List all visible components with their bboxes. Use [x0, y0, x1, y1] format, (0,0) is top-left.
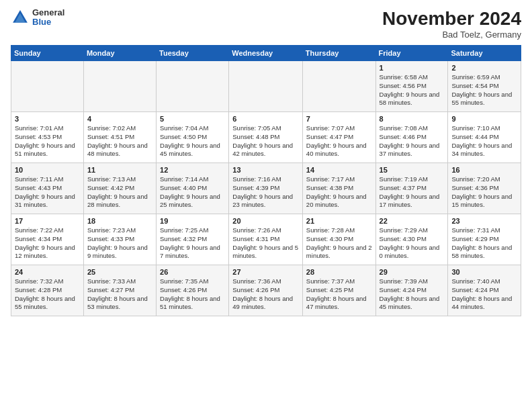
day-info: Sunrise: 7:36 AMSunset: 4:26 PMDaylight:…: [232, 277, 299, 312]
day-info: Sunrise: 7:20 AMSunset: 4:36 PMDaylight:…: [451, 175, 517, 210]
day-number: 8: [380, 115, 445, 123]
day-info: Sunrise: 7:19 AMSunset: 4:37 PMDaylight:…: [380, 175, 445, 210]
day-number: 15: [380, 166, 445, 174]
calendar-cell: 20Sunrise: 7:26 AMSunset: 4:31 PMDayligh…: [229, 214, 303, 265]
calendar-cell: 29Sunrise: 7:39 AMSunset: 4:24 PMDayligh…: [375, 265, 448, 316]
day-info: Sunrise: 6:59 AMSunset: 4:54 PMDaylight:…: [451, 73, 517, 107]
day-info: Sunrise: 7:04 AMSunset: 4:50 PMDaylight:…: [160, 124, 225, 158]
day-number: 9: [451, 115, 517, 123]
calendar-cell: 28Sunrise: 7:37 AMSunset: 4:25 PMDayligh…: [302, 265, 375, 316]
calendar-cell: 22Sunrise: 7:29 AMSunset: 4:30 PMDayligh…: [375, 214, 448, 265]
day-number: 11: [87, 166, 152, 174]
day-number: 1: [380, 64, 445, 72]
calendar-cell: 19Sunrise: 7:25 AMSunset: 4:32 PMDayligh…: [157, 214, 229, 265]
location: Bad Toelz, Germany: [382, 30, 521, 40]
day-info: Sunrise: 7:16 AMSunset: 4:39 PMDaylight:…: [232, 175, 299, 210]
day-info: Sunrise: 7:22 AMSunset: 4:34 PMDaylight:…: [15, 226, 80, 261]
calendar-cell: 14Sunrise: 7:17 AMSunset: 4:38 PMDayligh…: [302, 163, 375, 214]
day-number: 19: [160, 217, 225, 225]
calendar-week: 24Sunrise: 7:32 AMSunset: 4:28 PMDayligh…: [11, 265, 521, 316]
calendar-cell: 3Sunrise: 7:01 AMSunset: 4:53 PMDaylight…: [11, 112, 84, 163]
day-info: Sunrise: 7:31 AMSunset: 4:29 PMDaylight:…: [451, 226, 517, 261]
day-number: 3: [15, 115, 80, 123]
day-info: Sunrise: 7:23 AMSunset: 4:33 PMDaylight:…: [87, 226, 152, 261]
calendar-cell: 23Sunrise: 7:31 AMSunset: 4:29 PMDayligh…: [448, 214, 521, 265]
day-info: Sunrise: 7:17 AMSunset: 4:38 PMDaylight:…: [306, 175, 372, 210]
day-number: 28: [306, 268, 372, 276]
day-number: 2: [451, 64, 517, 72]
calendar-cell: [11, 61, 84, 112]
day-info: Sunrise: 7:25 AMSunset: 4:32 PMDaylight:…: [160, 226, 225, 261]
calendar-cell: 17Sunrise: 7:22 AMSunset: 4:34 PMDayligh…: [11, 214, 84, 265]
day-info: Sunrise: 7:28 AMSunset: 4:30 PMDaylight:…: [306, 226, 372, 261]
day-header: Friday: [375, 46, 448, 61]
day-number: 29: [380, 268, 445, 276]
calendar-cell: 7Sunrise: 7:07 AMSunset: 4:47 PMDaylight…: [302, 112, 375, 163]
day-info: Sunrise: 7:05 AMSunset: 4:48 PMDaylight:…: [232, 124, 299, 158]
day-number: 27: [232, 268, 299, 276]
day-number: 14: [306, 166, 372, 174]
day-header: Monday: [83, 46, 156, 61]
calendar-cell: 12Sunrise: 7:14 AMSunset: 4:40 PMDayligh…: [157, 163, 229, 214]
day-info: Sunrise: 7:33 AMSunset: 4:27 PMDaylight:…: [87, 277, 152, 312]
day-number: 17: [15, 217, 80, 225]
calendar-body: 1Sunrise: 6:58 AMSunset: 4:56 PMDaylight…: [11, 61, 521, 316]
day-info: Sunrise: 7:08 AMSunset: 4:46 PMDaylight:…: [380, 124, 445, 158]
logo-blue: Blue: [32, 17, 64, 27]
day-number: 21: [306, 217, 372, 225]
day-header: Saturday: [448, 46, 521, 61]
calendar-cell: 25Sunrise: 7:33 AMSunset: 4:27 PMDayligh…: [83, 265, 156, 316]
calendar-cell: 30Sunrise: 7:40 AMSunset: 4:24 PMDayligh…: [448, 265, 521, 316]
calendar-cell: 1Sunrise: 6:58 AMSunset: 4:56 PMDaylight…: [375, 61, 448, 112]
calendar-cell: 9Sunrise: 7:10 AMSunset: 4:44 PMDaylight…: [448, 112, 521, 163]
calendar-cell: 21Sunrise: 7:28 AMSunset: 4:30 PMDayligh…: [302, 214, 375, 265]
day-number: 5: [160, 115, 225, 123]
calendar-cell: 16Sunrise: 7:20 AMSunset: 4:36 PMDayligh…: [448, 163, 521, 214]
calendar-week: 17Sunrise: 7:22 AMSunset: 4:34 PMDayligh…: [11, 214, 521, 265]
calendar-cell: 11Sunrise: 7:13 AMSunset: 4:42 PMDayligh…: [83, 163, 156, 214]
day-info: Sunrise: 7:37 AMSunset: 4:25 PMDaylight:…: [306, 277, 372, 312]
title-block: November 2024 Bad Toelz, Germany: [382, 8, 521, 40]
day-header: Tuesday: [157, 46, 229, 61]
calendar-cell: 27Sunrise: 7:36 AMSunset: 4:26 PMDayligh…: [229, 265, 303, 316]
month-title: November 2024: [382, 8, 521, 30]
calendar-cell: 24Sunrise: 7:32 AMSunset: 4:28 PMDayligh…: [11, 265, 84, 316]
day-info: Sunrise: 7:11 AMSunset: 4:43 PMDaylight:…: [15, 175, 80, 210]
calendar-cell: 2Sunrise: 6:59 AMSunset: 4:54 PMDaylight…: [448, 61, 521, 112]
calendar-cell: 6Sunrise: 7:05 AMSunset: 4:48 PMDaylight…: [229, 112, 303, 163]
day-info: Sunrise: 7:07 AMSunset: 4:47 PMDaylight:…: [306, 124, 372, 158]
day-number: 6: [232, 115, 299, 123]
day-info: Sunrise: 7:26 AMSunset: 4:31 PMDaylight:…: [232, 226, 299, 261]
day-info: Sunrise: 7:32 AMSunset: 4:28 PMDaylight:…: [15, 277, 80, 312]
day-info: Sunrise: 7:02 AMSunset: 4:51 PMDaylight:…: [87, 124, 152, 158]
day-info: Sunrise: 7:40 AMSunset: 4:24 PMDaylight:…: [451, 277, 517, 312]
calendar-cell: 26Sunrise: 7:35 AMSunset: 4:26 PMDayligh…: [157, 265, 229, 316]
logo: General Blue: [11, 8, 64, 28]
day-info: Sunrise: 7:14 AMSunset: 4:40 PMDaylight:…: [160, 175, 225, 210]
calendar-cell: [302, 61, 375, 112]
day-number: 7: [306, 115, 372, 123]
calendar-week: 3Sunrise: 7:01 AMSunset: 4:53 PMDaylight…: [11, 112, 521, 163]
calendar-cell: 5Sunrise: 7:04 AMSunset: 4:50 PMDaylight…: [157, 112, 229, 163]
calendar-cell: 18Sunrise: 7:23 AMSunset: 4:33 PMDayligh…: [83, 214, 156, 265]
day-number: 24: [15, 268, 80, 276]
calendar-week: 10Sunrise: 7:11 AMSunset: 4:43 PMDayligh…: [11, 163, 521, 214]
logo-general: General: [32, 8, 64, 17]
day-number: 23: [451, 217, 517, 225]
calendar-cell: 15Sunrise: 7:19 AMSunset: 4:37 PMDayligh…: [375, 163, 448, 214]
calendar: SundayMondayTuesdayWednesdayThursdayFrid…: [11, 45, 521, 316]
day-info: Sunrise: 7:39 AMSunset: 4:24 PMDaylight:…: [380, 277, 445, 312]
calendar-cell: [157, 61, 229, 112]
calendar-cell: [83, 61, 156, 112]
day-info: Sunrise: 7:01 AMSunset: 4:53 PMDaylight:…: [15, 124, 80, 158]
calendar-header: SundayMondayTuesdayWednesdayThursdayFrid…: [11, 46, 521, 61]
day-info: Sunrise: 7:29 AMSunset: 4:30 PMDaylight:…: [380, 226, 445, 261]
calendar-cell: [229, 61, 303, 112]
calendar-cell: 10Sunrise: 7:11 AMSunset: 4:43 PMDayligh…: [11, 163, 84, 214]
day-number: 30: [451, 268, 517, 276]
day-info: Sunrise: 7:35 AMSunset: 4:26 PMDaylight:…: [160, 277, 225, 312]
day-header: Thursday: [302, 46, 375, 61]
day-number: 12: [160, 166, 225, 174]
day-info: Sunrise: 6:58 AMSunset: 4:56 PMDaylight:…: [380, 73, 445, 107]
day-number: 26: [160, 268, 225, 276]
